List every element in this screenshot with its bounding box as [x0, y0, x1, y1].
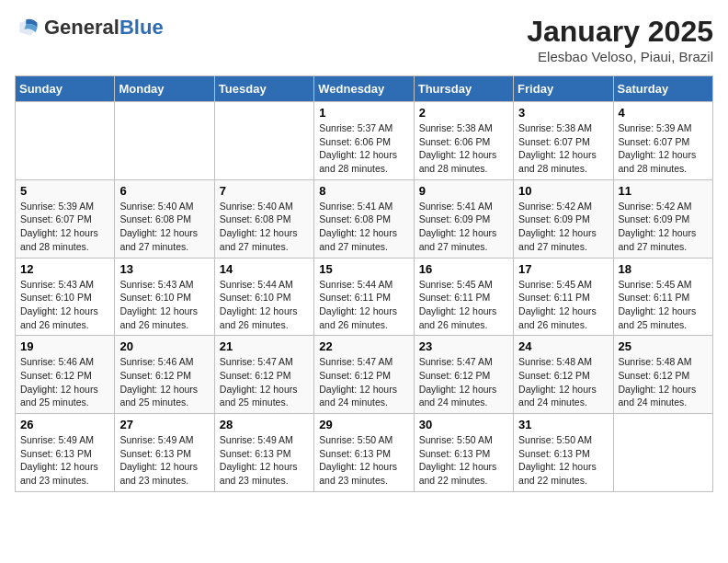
cell-info: Sunrise: 5:50 AM Sunset: 6:13 PM Dayligh… — [518, 433, 608, 488]
cell-info: Sunrise: 5:46 AM Sunset: 6:12 PM Dayligh… — [20, 355, 109, 409]
sunrise-text: Sunrise: 5:42 AM — [619, 201, 692, 212]
daylight-text: Daylight: 12 hours and 28 minutes. — [419, 149, 497, 174]
calendar-week-row: 19 Sunrise: 5:46 AM Sunset: 6:12 PM Dayl… — [16, 336, 713, 414]
sunset-text: Sunset: 6:06 PM — [419, 136, 491, 147]
daylight-text: Daylight: 12 hours and 23 minutes. — [20, 461, 98, 486]
daylight-text: Daylight: 12 hours and 24 minutes. — [319, 384, 397, 408]
daylight-text: Daylight: 12 hours and 27 minutes. — [220, 227, 298, 252]
cell-info: Sunrise: 5:44 AM Sunset: 6:10 PM Dayligh… — [220, 278, 309, 332]
day-number: 7 — [220, 184, 309, 198]
calendar-cell — [613, 414, 712, 492]
cell-info: Sunrise: 5:38 AM Sunset: 6:06 PM Dayligh… — [419, 121, 508, 176]
daylight-text: Daylight: 12 hours and 25 minutes. — [220, 384, 298, 408]
day-number: 30 — [419, 418, 508, 431]
col-header-friday: Friday — [514, 76, 613, 102]
cell-info: Sunrise: 5:42 AM Sunset: 6:09 PM Dayligh… — [518, 200, 608, 254]
day-number: 10 — [518, 184, 608, 198]
sunset-text: Sunset: 6:13 PM — [220, 448, 291, 459]
sunset-text: Sunset: 6:07 PM — [619, 136, 690, 147]
calendar-cell: 16 Sunrise: 5:45 AM Sunset: 6:11 PM Dayl… — [414, 258, 513, 336]
calendar-cell: 28 Sunrise: 5:49 AM Sunset: 6:13 PM Dayl… — [214, 414, 313, 492]
cell-info: Sunrise: 5:47 AM Sunset: 6:12 PM Dayligh… — [319, 355, 408, 409]
daylight-text: Daylight: 12 hours and 26 minutes. — [20, 305, 98, 330]
calendar-cell: 14 Sunrise: 5:44 AM Sunset: 6:10 PM Dayl… — [214, 258, 313, 336]
calendar-cell: 22 Sunrise: 5:47 AM Sunset: 6:12 PM Dayl… — [314, 336, 414, 414]
sunrise-text: Sunrise: 5:50 AM — [419, 434, 493, 445]
sunset-text: Sunset: 6:07 PM — [518, 136, 590, 147]
cell-info: Sunrise: 5:40 AM Sunset: 6:08 PM Dayligh… — [119, 200, 209, 254]
day-number: 29 — [319, 418, 408, 431]
day-number: 11 — [619, 184, 708, 198]
sunrise-text: Sunrise: 5:48 AM — [518, 356, 592, 367]
cell-info: Sunrise: 5:46 AM Sunset: 6:12 PM Dayligh… — [119, 355, 209, 409]
cell-info: Sunrise: 5:47 AM Sunset: 6:12 PM Dayligh… — [220, 355, 309, 409]
page-header: GeneralBlue January 2025 Elesbao Veloso,… — [15, 15, 713, 64]
sunset-text: Sunset: 6:11 PM — [319, 292, 391, 303]
day-number: 16 — [419, 262, 508, 276]
daylight-text: Daylight: 12 hours and 23 minutes. — [319, 461, 397, 486]
cell-info: Sunrise: 5:44 AM Sunset: 6:11 PM Dayligh… — [319, 278, 408, 332]
calendar-cell — [16, 102, 115, 180]
sunset-text: Sunset: 6:08 PM — [119, 213, 191, 224]
day-number: 6 — [119, 184, 209, 198]
day-number: 8 — [319, 184, 408, 198]
calendar-cell: 3 Sunrise: 5:38 AM Sunset: 6:07 PM Dayli… — [514, 102, 613, 180]
sunset-text: Sunset: 6:11 PM — [518, 292, 590, 303]
calendar-cell — [214, 102, 313, 180]
cell-info: Sunrise: 5:49 AM Sunset: 6:13 PM Dayligh… — [119, 433, 209, 488]
sunrise-text: Sunrise: 5:43 AM — [119, 279, 193, 290]
col-header-thursday: Thursday — [414, 76, 513, 102]
day-number: 22 — [319, 339, 408, 353]
sunrise-text: Sunrise: 5:38 AM — [419, 122, 493, 133]
sunrise-text: Sunrise: 5:40 AM — [220, 201, 293, 212]
day-number: 27 — [119, 418, 209, 431]
calendar-week-row: 12 Sunrise: 5:43 AM Sunset: 6:10 PM Dayl… — [16, 258, 713, 336]
sunrise-text: Sunrise: 5:42 AM — [518, 201, 592, 212]
cell-info: Sunrise: 5:49 AM Sunset: 6:13 PM Dayligh… — [220, 433, 309, 488]
calendar-cell: 31 Sunrise: 5:50 AM Sunset: 6:13 PM Dayl… — [514, 414, 613, 492]
calendar-cell: 23 Sunrise: 5:47 AM Sunset: 6:12 PM Dayl… — [414, 336, 513, 414]
sunrise-text: Sunrise: 5:49 AM — [119, 434, 193, 445]
cell-info: Sunrise: 5:42 AM Sunset: 6:09 PM Dayligh… — [619, 200, 708, 254]
calendar-header-row: SundayMondayTuesdayWednesdayThursdayFrid… — [16, 76, 713, 102]
logo-text: GeneralBlue — [44, 17, 164, 39]
col-header-sunday: Sunday — [16, 76, 115, 102]
sunset-text: Sunset: 6:07 PM — [20, 213, 92, 224]
calendar-table: SundayMondayTuesdayWednesdayThursdayFrid… — [15, 75, 713, 492]
sunrise-text: Sunrise: 5:47 AM — [319, 356, 392, 367]
sunset-text: Sunset: 6:09 PM — [419, 213, 491, 224]
calendar-cell: 24 Sunrise: 5:48 AM Sunset: 6:12 PM Dayl… — [514, 336, 613, 414]
day-number: 15 — [319, 262, 408, 276]
col-header-wednesday: Wednesday — [314, 76, 414, 102]
sunset-text: Sunset: 6:10 PM — [220, 292, 291, 303]
sunrise-text: Sunrise: 5:41 AM — [419, 201, 493, 212]
day-number: 25 — [619, 339, 708, 353]
day-number: 20 — [119, 339, 209, 353]
cell-info: Sunrise: 5:45 AM Sunset: 6:11 PM Dayligh… — [419, 278, 508, 332]
logo-general: GeneralBlue — [44, 17, 164, 39]
cell-info: Sunrise: 5:39 AM Sunset: 6:07 PM Dayligh… — [20, 200, 109, 254]
calendar-cell: 7 Sunrise: 5:40 AM Sunset: 6:08 PM Dayli… — [214, 179, 313, 258]
calendar-cell: 9 Sunrise: 5:41 AM Sunset: 6:09 PM Dayli… — [414, 179, 513, 258]
month-title: January 2025 — [527, 15, 713, 49]
location: Elesbao Veloso, Piaui, Brazil — [527, 49, 713, 64]
cell-info: Sunrise: 5:43 AM Sunset: 6:10 PM Dayligh… — [119, 278, 209, 332]
day-number: 21 — [220, 339, 309, 353]
calendar-cell: 8 Sunrise: 5:41 AM Sunset: 6:08 PM Dayli… — [314, 179, 414, 258]
sunset-text: Sunset: 6:12 PM — [619, 370, 690, 381]
sunset-text: Sunset: 6:12 PM — [119, 370, 191, 381]
calendar-cell: 11 Sunrise: 5:42 AM Sunset: 6:09 PM Dayl… — [613, 179, 712, 258]
daylight-text: Daylight: 12 hours and 28 minutes. — [518, 149, 597, 174]
daylight-text: Daylight: 12 hours and 28 minutes. — [319, 149, 397, 174]
calendar-cell: 18 Sunrise: 5:45 AM Sunset: 6:11 PM Dayl… — [613, 258, 712, 336]
sunset-text: Sunset: 6:12 PM — [319, 370, 391, 381]
logo: GeneralBlue — [15, 15, 164, 40]
day-number: 13 — [119, 262, 209, 276]
day-number: 19 — [20, 339, 109, 353]
cell-info: Sunrise: 5:50 AM Sunset: 6:13 PM Dayligh… — [319, 433, 408, 488]
sunrise-text: Sunrise: 5:38 AM — [518, 122, 592, 133]
calendar-cell: 26 Sunrise: 5:49 AM Sunset: 6:13 PM Dayl… — [16, 414, 115, 492]
day-number: 14 — [220, 262, 309, 276]
sunset-text: Sunset: 6:11 PM — [419, 292, 491, 303]
sunrise-text: Sunrise: 5:44 AM — [319, 279, 392, 290]
